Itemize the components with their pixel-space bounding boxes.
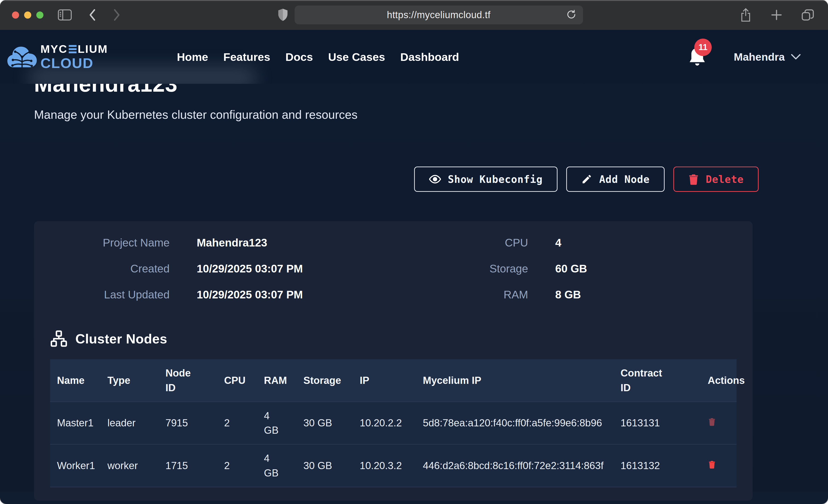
info-value: 10/29/2025 03:07 PM (197, 262, 303, 275)
cell-actions (701, 444, 737, 487)
minimize-window-button[interactable] (24, 11, 31, 18)
cell-ram: 4 GB (257, 444, 297, 487)
new-tab-icon[interactable] (771, 9, 783, 21)
reload-icon[interactable] (566, 9, 577, 21)
notification-count-badge: 11 (694, 39, 712, 56)
cell-node_id: 1715 (159, 444, 217, 487)
info-label: Storage (441, 262, 528, 275)
add-node-button[interactable]: Add Node (566, 167, 665, 192)
close-window-button[interactable] (12, 11, 19, 18)
cell-name: Worker1 (50, 444, 101, 487)
info-row: Project NameMahendra123 (50, 237, 441, 249)
column-header: Type (101, 359, 159, 402)
cell-storage: 30 GB (296, 444, 353, 487)
info-label: Created (50, 262, 170, 275)
sidebar-toggle-icon[interactable] (58, 9, 72, 21)
zoom-window-button[interactable] (36, 11, 43, 18)
cell-node_id: 7915 (159, 402, 217, 445)
cluster-nodes-table: NameTypeNode IDCPURAMStorageIPMycelium I… (50, 359, 737, 487)
cell-ip: 10.20.2.2 (353, 402, 416, 445)
cell-name: Master1 (50, 402, 101, 445)
cell-ram: 4 GB (257, 402, 297, 445)
info-row: CPU4 (441, 237, 737, 249)
info-label: Last Updated (50, 288, 170, 301)
cell-cpu: 2 (217, 402, 257, 445)
user-menu[interactable]: Mahendra (734, 50, 801, 63)
address-bar[interactable]: https://myceliumcloud.tf (295, 5, 583, 24)
browser-window: https://myceliumcloud.tf (0, 0, 828, 504)
notifications-button[interactable]: 11 (688, 46, 706, 68)
info-value: Mahendra123 (197, 237, 267, 249)
delete-node-button[interactable] (708, 460, 716, 469)
info-label: RAM (441, 288, 528, 301)
eye-icon (429, 173, 441, 185)
cell-storage: 30 GB (296, 402, 353, 445)
info-value: 60 GB (555, 262, 587, 275)
page-content: Mahendra123 Manage your Kubernetes clust… (0, 72, 828, 492)
info-row: RAM8 GB (441, 288, 737, 301)
traffic-lights (12, 11, 43, 18)
browser-toolbar: https://myceliumcloud.tf (0, 0, 828, 30)
cell-cpu: 2 (217, 444, 257, 487)
brand-myc: MYC (40, 43, 68, 55)
info-label: Project Name (50, 237, 170, 249)
column-header: Contract ID (614, 359, 701, 402)
info-value: 4 (555, 237, 562, 249)
column-header: RAM (257, 359, 297, 402)
cell-ip: 10.20.3.2 (353, 444, 416, 487)
cluster-actions: Show Kubeconfig Add Node Delete (34, 167, 787, 192)
cell-actions (701, 402, 737, 445)
nav-link-docs[interactable]: Docs (285, 50, 313, 64)
cloud-logo-icon (7, 44, 37, 70)
info-label: CPU (441, 237, 528, 249)
nav-link-use-cases[interactable]: Use Cases (328, 50, 385, 64)
tab-overview-icon[interactable] (801, 9, 814, 21)
nav-link-dashboard[interactable]: Dashboard (400, 50, 459, 64)
cell-type: worker (101, 444, 159, 487)
info-row: Last Updated10/29/2025 03:07 PM (50, 288, 441, 301)
column-header: Mycelium IP (416, 359, 614, 402)
project-info: Project NameMahendra123Created10/29/2025… (50, 237, 737, 301)
delete-cluster-button[interactable]: Delete (673, 167, 758, 192)
page-subtitle: Manage your Kubernetes cluster configura… (34, 108, 787, 122)
delete-node-button[interactable] (708, 417, 716, 426)
column-header: Name (50, 359, 101, 402)
node-row-worker1: Worker1worker171524 GB30 GB10.20.3.2446:… (50, 444, 737, 487)
scrolled-title-blur (28, 65, 257, 84)
privacy-shield-icon[interactable] (278, 8, 288, 22)
column-header: IP (353, 359, 416, 402)
show-kubeconfig-button[interactable]: Show Kubeconfig (414, 167, 557, 192)
project-info-left: Project NameMahendra123Created10/29/2025… (50, 237, 441, 301)
cell-mycelium_ip: 5d8:78ea:a120:f40c:ff0f:a5fe:99e6:8b96 (416, 402, 614, 445)
brand-e-bars (69, 45, 77, 53)
back-button-icon[interactable] (88, 8, 96, 22)
table-header-row: NameTypeNode IDCPURAMStorageIPMycelium I… (50, 359, 737, 402)
main-nav: HomeFeaturesDocsUse CasesDashboard (177, 50, 459, 64)
share-icon[interactable] (740, 8, 752, 22)
column-header: Actions (701, 359, 737, 402)
nav-link-features[interactable]: Features (223, 50, 270, 64)
chevron-down-icon (791, 54, 801, 60)
column-header: Node ID (159, 359, 217, 402)
cell-type: leader (101, 402, 159, 445)
nav-link-home[interactable]: Home (177, 50, 208, 64)
cell-mycelium_ip: 446:d2a6:8bcd:8c16:ff0f:72e2:3114:863f (416, 444, 614, 487)
info-value: 10/29/2025 03:07 PM (197, 288, 303, 301)
pencil-icon (581, 174, 592, 185)
url-text: https://myceliumcloud.tf (387, 9, 491, 20)
cell-contract_id: 1613132 (614, 444, 701, 487)
cell-contract_id: 1613131 (614, 402, 701, 445)
column-header: CPU (217, 359, 257, 402)
sitemap-icon (50, 330, 68, 347)
user-name: Mahendra (734, 50, 785, 63)
brand-lium: LIUM (78, 43, 108, 55)
site-header: MYCLIUM CLOUD HomeFeaturesDocsUse CasesD… (0, 30, 828, 84)
project-info-right: CPU4Storage60 GBRAM8 GB (441, 237, 737, 301)
trash-icon (688, 173, 699, 185)
info-row: Created10/29/2025 03:07 PM (50, 262, 441, 275)
cluster-details-card: Project NameMahendra123Created10/29/2025… (34, 221, 753, 501)
cluster-nodes-heading: Cluster Nodes (50, 330, 737, 347)
forward-button-icon[interactable] (113, 8, 121, 22)
column-header: Storage (296, 359, 353, 402)
node-row-master1: Master1leader791524 GB30 GB10.20.2.25d8:… (50, 402, 737, 445)
